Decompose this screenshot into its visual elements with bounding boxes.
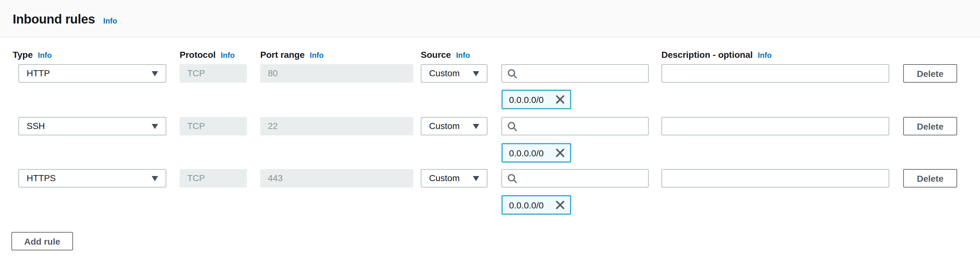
- source-chip-row: 0.0.0.0/0: [0, 195, 980, 214]
- source-search-field[interactable]: [521, 121, 648, 131]
- source-mode-select[interactable]: Custom: [421, 64, 487, 83]
- column-header-description: Description - optional Info: [661, 50, 772, 60]
- rule-row: HTTPS TCP 443 Custom Delete: [0, 169, 980, 187]
- inbound-rules-panel: Inbound rules Info Type Info Protocol In…: [0, 0, 980, 272]
- column-headers: Type Info Protocol Info Port range Info …: [0, 50, 980, 60]
- source-chip-value: 0.0.0.0/0: [509, 94, 555, 104]
- port-range-field: 443: [260, 169, 413, 187]
- source-search-input[interactable]: [501, 169, 649, 187]
- source-chip-value: 0.0.0.0/0: [509, 200, 555, 210]
- source-chip-value: 0.0.0.0/0: [509, 148, 555, 158]
- source-mode-value: Custom: [429, 68, 460, 78]
- column-header-type: Type Info: [13, 50, 52, 60]
- column-header-protocol: Protocol Info: [180, 50, 235, 60]
- delete-button[interactable]: Delete: [903, 64, 957, 83]
- remove-source-button[interactable]: [555, 148, 565, 158]
- delete-button[interactable]: Delete: [903, 169, 957, 187]
- chevron-down-icon: [473, 124, 479, 129]
- source-mode-select[interactable]: Custom: [421, 169, 487, 187]
- search-icon: [507, 173, 517, 184]
- description-input[interactable]: [661, 117, 889, 135]
- source-chip-row: 0.0.0.0/0: [0, 143, 980, 162]
- source-search-field[interactable]: [521, 173, 648, 183]
- column-header-source: Source Info: [421, 50, 470, 60]
- type-info-link[interactable]: Info: [38, 51, 52, 60]
- port-range-field: 80: [260, 64, 413, 83]
- source-mode-value: Custom: [429, 173, 460, 183]
- description-info-link[interactable]: Info: [758, 51, 772, 60]
- chevron-down-icon: [152, 176, 158, 181]
- source-chip-row: 0.0.0.0/0: [0, 90, 980, 108]
- type-select-value: SSH: [27, 121, 45, 131]
- close-icon: [555, 148, 565, 158]
- type-select[interactable]: HTTPS: [18, 169, 166, 187]
- search-icon: [507, 120, 517, 132]
- source-search-input[interactable]: [501, 117, 649, 135]
- protocol-field: TCP: [180, 169, 247, 187]
- panel-header: Inbound rules Info: [0, 0, 980, 37]
- delete-button[interactable]: Delete: [903, 117, 957, 135]
- type-select[interactable]: HTTP: [18, 64, 166, 83]
- port-range-info-link[interactable]: Info: [310, 51, 324, 60]
- source-chip: 0.0.0.0/0: [501, 143, 571, 163]
- rule-row: HTTP TCP 80 Custom Delete: [0, 64, 980, 83]
- type-select-value: HTTPS: [27, 173, 56, 183]
- source-search-input[interactable]: [501, 64, 649, 83]
- source-chip: 0.0.0.0/0: [501, 195, 571, 215]
- source-mode-value: Custom: [429, 121, 460, 131]
- source-info-link[interactable]: Info: [456, 51, 470, 60]
- search-icon: [507, 68, 517, 79]
- remove-source-button[interactable]: [555, 200, 565, 210]
- remove-source-button[interactable]: [555, 94, 565, 104]
- page-title: Inbound rules: [13, 12, 95, 27]
- chevron-down-icon: [152, 71, 158, 76]
- source-search-field[interactable]: [521, 68, 648, 78]
- description-input[interactable]: [661, 169, 889, 187]
- type-select[interactable]: SSH: [18, 117, 166, 135]
- protocol-field: TCP: [180, 117, 247, 135]
- protocol-info-link[interactable]: Info: [221, 51, 235, 60]
- chevron-down-icon: [473, 176, 479, 181]
- source-chip: 0.0.0.0/0: [501, 90, 571, 109]
- chevron-down-icon: [152, 124, 158, 129]
- source-mode-select[interactable]: Custom: [421, 117, 487, 135]
- add-rule-button[interactable]: Add rule: [11, 232, 73, 250]
- rule-row: SSH TCP 22 Custom Delete: [0, 117, 980, 135]
- chevron-down-icon: [473, 71, 479, 76]
- type-select-value: HTTP: [27, 68, 50, 78]
- close-icon: [555, 95, 565, 104]
- description-input[interactable]: [661, 64, 889, 83]
- protocol-field: TCP: [180, 64, 247, 83]
- column-header-port-range: Port range Info: [260, 50, 324, 60]
- port-range-field: 22: [260, 117, 413, 135]
- close-icon: [555, 200, 565, 210]
- title-info-link[interactable]: Info: [103, 16, 117, 26]
